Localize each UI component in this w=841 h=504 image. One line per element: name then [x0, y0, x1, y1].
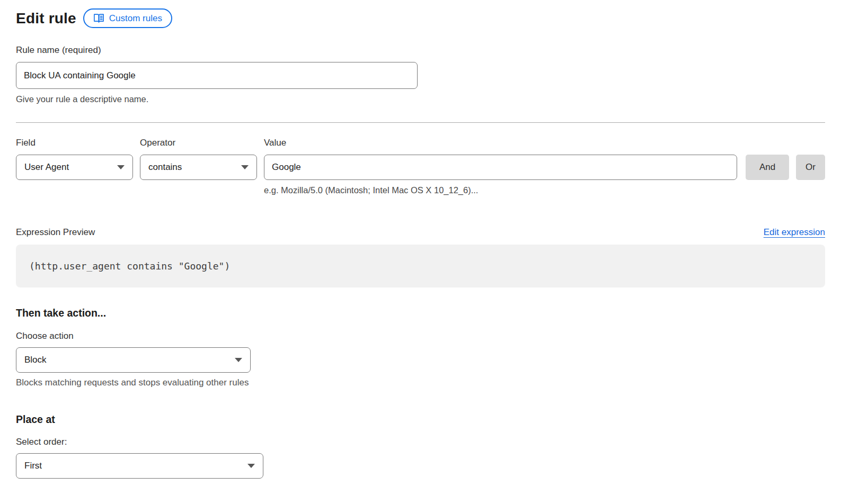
operator-selected-value: contains — [148, 162, 182, 173]
chevron-down-icon — [247, 464, 255, 468]
action-heading: Then take action... — [16, 307, 825, 319]
rule-name-label: Rule name (required) — [16, 44, 825, 56]
action-select[interactable]: Block — [16, 347, 251, 373]
expression-code-block: (http.user_agent contains "Google") — [16, 245, 825, 287]
custom-rules-docs-button[interactable]: Custom rules — [83, 8, 172, 28]
and-button[interactable]: And — [746, 155, 789, 180]
value-column: Value e.g. Mozilla/5.0 (Macintosh; Intel… — [264, 137, 737, 196]
value-help: e.g. Mozilla/5.0 (Macintosh; Intel Mac O… — [264, 185, 737, 196]
edit-expression-link[interactable]: Edit expression — [764, 227, 825, 238]
chevron-down-icon — [235, 358, 242, 362]
condition-row: Field User Agent Operator contains Value… — [16, 137, 825, 196]
open-book-icon — [93, 13, 104, 23]
rule-name-help: Give your rule a descriptive name. — [16, 94, 825, 105]
expression-code: (http.user_agent contains "Google") — [29, 260, 230, 272]
custom-rules-label: Custom rules — [109, 13, 162, 24]
action-section: Then take action... Choose action Block … — [16, 307, 825, 388]
field-selected-value: User Agent — [24, 162, 69, 173]
placement-section: Place at Select order: First — [16, 413, 825, 479]
operator-column: Operator contains — [140, 137, 257, 180]
chevron-down-icon — [241, 165, 249, 169]
expression-header: Expression Preview Edit expression — [16, 227, 825, 238]
order-selected-value: First — [24, 461, 42, 471]
operator-select[interactable]: contains — [140, 155, 257, 180]
or-button[interactable]: Or — [796, 155, 825, 180]
operator-label: Operator — [140, 137, 257, 148]
page-header: Edit rule Custom rules — [16, 8, 825, 28]
expression-preview-label: Expression Preview — [16, 227, 95, 238]
field-label: Field — [16, 137, 133, 148]
rule-name-input[interactable] — [16, 62, 418, 89]
rule-name-section: Rule name (required) Give your rule a de… — [16, 44, 825, 105]
choose-action-label: Choose action — [16, 330, 825, 341]
action-help: Blocks matching requests and stops evalu… — [16, 377, 825, 388]
order-select[interactable]: First — [16, 453, 263, 479]
value-label: Value — [264, 137, 737, 148]
action-selected-value: Block — [24, 355, 47, 365]
logic-buttons: And Or — [737, 155, 825, 180]
value-input[interactable] — [264, 155, 737, 180]
field-column: Field User Agent — [16, 137, 133, 180]
edit-rule-page: Edit rule Custom rules Rule name (requir… — [0, 0, 841, 479]
page-title: Edit rule — [16, 10, 76, 27]
place-at-heading: Place at — [16, 413, 825, 426]
field-select[interactable]: User Agent — [16, 155, 133, 180]
chevron-down-icon — [117, 165, 125, 169]
section-divider — [16, 122, 825, 123]
select-order-label: Select order: — [16, 436, 825, 447]
